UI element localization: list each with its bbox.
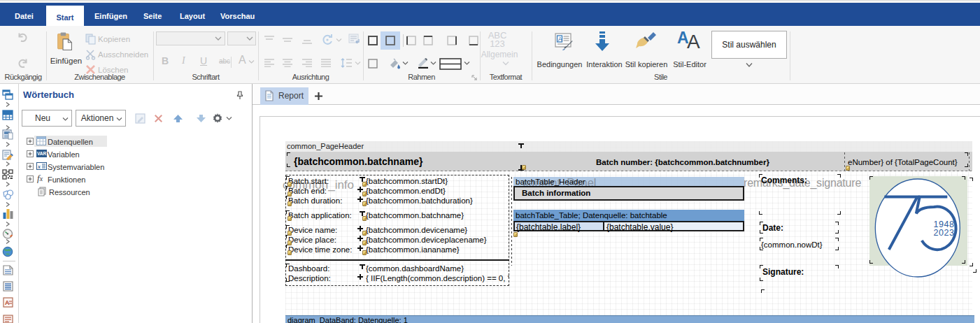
svg-text:A: A [558, 36, 562, 43]
svg-text:x: x [37, 164, 41, 170]
svg-text:A: A [5, 299, 10, 306]
